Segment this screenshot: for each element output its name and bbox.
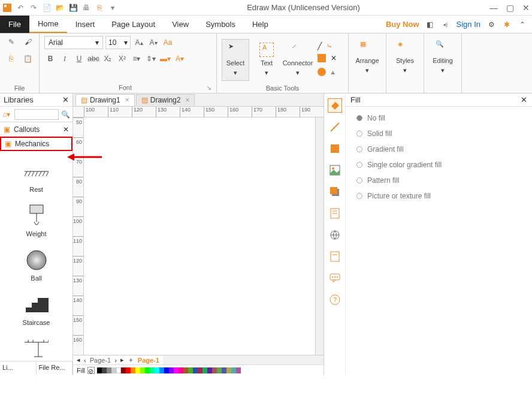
drawing-canvas[interactable] <box>84 117 315 355</box>
shape-panel-icon[interactable] <box>328 141 342 156</box>
circle-shape-icon[interactable] <box>318 68 326 78</box>
close-tab-icon[interactable]: × <box>125 96 129 104</box>
line-spacing-button[interactable]: ⇕▾ <box>145 53 157 65</box>
settings-icon[interactable]: ⚙ <box>486 20 496 29</box>
shape-ball[interactable]: Ball <box>0 243 72 288</box>
color-swatches[interactable] <box>97 367 241 373</box>
minimize-icon[interactable]: — <box>489 3 498 13</box>
buy-now-link[interactable]: Buy Now <box>386 20 419 29</box>
line-panel-icon[interactable] <box>328 120 342 134</box>
library-cat-callouts[interactable]: ▣ Callouts ✕ <box>0 122 72 137</box>
editing-button[interactable]: 🔍 Editing▾ <box>429 36 457 78</box>
decrease-font-icon[interactable]: A▾ <box>147 37 159 49</box>
underline-button[interactable]: U <box>73 53 85 65</box>
library-cat-mechanics[interactable]: ▣ Mechanics <box>0 137 72 151</box>
shape-staircase[interactable]: Staircase <box>0 288 72 332</box>
library-search-input[interactable] <box>14 109 59 120</box>
close-icon[interactable]: ✕ <box>522 3 530 13</box>
close-panel-icon[interactable]: ✕ <box>521 95 527 104</box>
page-tab-active[interactable]: Page-1 <box>138 357 159 364</box>
tab-page-layout[interactable]: Page Layout <box>103 16 164 33</box>
arc-shape-icon[interactable]: ⤷ <box>327 42 332 50</box>
redo-icon[interactable]: ↷ <box>29 3 38 13</box>
doc-tab-drawing2[interactable]: ▤ Drawing2 × <box>136 94 195 105</box>
library-home-icon[interactable]: ⌂▾ <box>2 110 12 119</box>
close-tab-icon[interactable]: × <box>185 96 189 104</box>
export-icon[interactable]: ⎘ <box>95 3 104 13</box>
page-tab[interactable]: Page-1 <box>90 357 111 364</box>
no-fill-swatch[interactable]: ⊘ <box>87 367 95 374</box>
qat-dropdown-icon[interactable]: ▾ <box>108 3 117 13</box>
save-icon[interactable]: 💾 <box>68 3 78 13</box>
tab-symbols[interactable]: Symbols <box>197 16 244 33</box>
comment-panel-icon[interactable] <box>328 271 342 285</box>
print-icon[interactable]: 🖶 <box>81 3 91 13</box>
tab-view[interactable]: View <box>164 16 197 33</box>
font-color-button[interactable]: A▾ <box>174 53 186 65</box>
sign-in-link[interactable]: Sign In <box>457 20 480 29</box>
web-panel-icon[interactable] <box>328 228 342 242</box>
open-icon[interactable]: 📂 <box>55 3 65 13</box>
new-icon[interactable]: 📄 <box>42 3 52 13</box>
font-launcher-icon[interactable]: ↘ <box>206 84 211 92</box>
format-painter-brush-icon[interactable]: 🖌 <box>22 36 34 48</box>
font-size-select[interactable]: 10▾ <box>105 36 131 49</box>
app-logo-icon[interactable]: ✱ <box>502 20 512 29</box>
undo-icon[interactable]: ↶ <box>16 3 25 13</box>
share-icon[interactable]: ⪪ <box>441 20 451 29</box>
increase-font-icon[interactable]: A▴ <box>133 37 145 49</box>
shape-antenna[interactable] <box>0 332 72 361</box>
doc-tab-drawing1[interactable]: ▤ Drawing1 × <box>75 94 135 105</box>
layers-panel-icon[interactable] <box>328 249 342 264</box>
fill-opt-gradient[interactable]: Gradient fill <box>356 145 521 153</box>
page-nav-first-icon[interactable]: ◂ <box>77 356 80 364</box>
share-box-icon[interactable]: ◧ <box>425 20 435 29</box>
horizontal-scrollbar[interactable] <box>163 355 324 364</box>
styles-button[interactable]: ◈ Styles▾ <box>391 36 419 78</box>
collapse-ribbon-icon[interactable]: ⌃ <box>518 20 527 29</box>
file-menu[interactable]: File <box>0 16 29 33</box>
tab-insert[interactable]: Insert <box>67 16 104 33</box>
connector-tool[interactable]: ⟋ Connector▾ <box>284 39 312 81</box>
page-nav-prev-icon[interactable]: ‹ <box>84 357 86 364</box>
paste-icon[interactable]: 📋 <box>22 53 34 65</box>
bold-button[interactable]: B <box>44 53 56 65</box>
add-page-icon[interactable]: ＋ <box>128 355 134 364</box>
superscript-button[interactable]: X² <box>116 53 128 65</box>
help-panel-icon[interactable]: ? <box>328 293 342 307</box>
italic-button[interactable]: I <box>59 53 71 65</box>
maximize-icon[interactable]: ▢ <box>506 3 514 13</box>
tab-home[interactable]: Home <box>29 16 67 33</box>
page-nav-next-icon[interactable]: › <box>114 357 117 364</box>
library-search-icon[interactable]: 🔍 <box>61 110 70 119</box>
fill-opt-picture[interactable]: Picture or texture fill <box>356 192 521 200</box>
text-tool[interactable]: A Text▾ <box>253 39 280 81</box>
tab-help[interactable]: Help <box>244 16 277 33</box>
font-family-select[interactable]: Arial▾ <box>44 36 103 49</box>
shadow-panel-icon[interactable] <box>328 185 342 199</box>
case-icon[interactable]: Aa <box>162 37 174 49</box>
fill-opt-solid[interactable]: Solid fill <box>356 129 521 138</box>
highlight-button[interactable]: ▬▾ <box>159 53 171 65</box>
strikethrough-button[interactable]: abc <box>87 53 99 65</box>
bottom-tab-library[interactable]: Li... <box>0 361 37 375</box>
page-panel-icon[interactable] <box>328 206 342 221</box>
subscript-button[interactable]: X₂ <box>102 53 114 65</box>
crop-icon[interactable]: ⟁ <box>331 68 335 78</box>
shape-rest[interactable]: Rest <box>0 155 72 199</box>
fill-panel-icon[interactable] <box>328 98 342 113</box>
picture-panel-icon[interactable] <box>328 163 342 177</box>
square-shape-icon[interactable] <box>318 54 326 64</box>
select-tool[interactable]: ➤ Select▾ <box>222 39 249 81</box>
close-libraries-icon[interactable]: ✕ <box>62 95 69 104</box>
arrange-button[interactable]: ▦ Arrange▾ <box>353 36 381 78</box>
bottom-tab-file-recovery[interactable]: File Re... <box>37 361 73 375</box>
fill-opt-pattern[interactable]: Pattern fill <box>356 176 521 185</box>
vertical-scrollbar[interactable] <box>315 117 324 355</box>
page-nav-last-icon[interactable]: ▸ <box>120 356 124 364</box>
fill-opt-no-fill[interactable]: No fill <box>356 114 521 122</box>
fill-opt-single-gradient[interactable]: Single color gradient fill <box>356 161 521 169</box>
delete-shape-icon[interactable]: ✕ <box>331 54 337 64</box>
shape-weight[interactable]: Weight <box>0 199 72 243</box>
close-cat-icon[interactable]: ✕ <box>63 125 69 134</box>
